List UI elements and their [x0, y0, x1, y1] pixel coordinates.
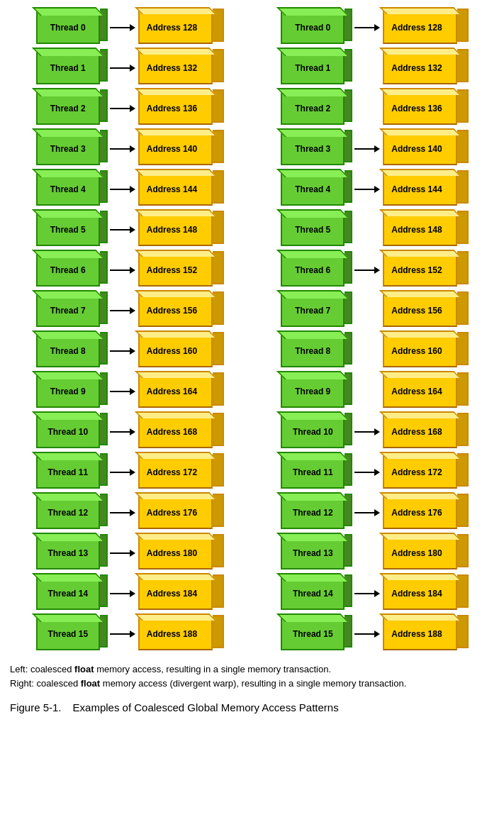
address-block-front: Address 136 [383, 91, 457, 125]
thread-block-front: Thread 3 [281, 133, 345, 165]
thread-block-right-3: Thread 3 [281, 128, 352, 168]
arrow-row-left-1 [110, 48, 135, 88]
caption: Left: coalesced float memory access, res… [7, 662, 497, 690]
address-block-top [379, 48, 461, 55]
arrow-left-8 [110, 348, 135, 355]
address-block-front: Address 156 [138, 294, 213, 327]
arrow-line [110, 148, 130, 150]
thread-block-front: Thread 11 [281, 456, 345, 489]
address-block-front: Address 148 [383, 213, 457, 246]
address-block-top [379, 330, 461, 338]
arrow-right-14 [354, 590, 380, 597]
arrow-head [130, 550, 135, 557]
thread-block-right-8: Thread 8 [281, 330, 352, 370]
thread-block-front: Thread 6 [36, 254, 100, 287]
address-block-right-13: Address 180 [383, 533, 468, 573]
arrow-row-left-8 [110, 330, 135, 371]
arrow-head [374, 630, 380, 638]
address-block-top [379, 209, 461, 216]
address-block-front: Address 160 [383, 334, 457, 367]
address-block-left-6: Address 152 [138, 250, 223, 290]
address-block-left-2: Address 136 [138, 88, 223, 128]
arrow-line [354, 270, 374, 271]
thread-block-front: Thread 4 [281, 173, 345, 206]
arrow-head [130, 307, 135, 314]
arrow-line [110, 67, 130, 69]
arrow-row-right-2 [354, 88, 380, 128]
arrow-head [374, 469, 380, 476]
address-block-front: Address 128 [138, 11, 213, 44]
thread-block-left-5: Thread 5 [36, 209, 107, 249]
arrow-head [130, 267, 135, 274]
address-block-top [135, 411, 216, 418]
thread-block-top [276, 88, 349, 96]
arrow-row-right-5 [354, 209, 380, 250]
address-block-left-9: Address 164 [138, 371, 223, 411]
arrow-row-right-15 [354, 613, 380, 654]
address-block-left-14: Address 184 [138, 573, 223, 613]
arrow-left-15 [110, 630, 135, 638]
arrow-left-9 [110, 388, 135, 395]
arrow-right-4 [354, 186, 380, 193]
thread-block-left-8: Thread 8 [36, 330, 107, 370]
thread-block-top [32, 169, 104, 177]
thread-block-front: Thread 4 [36, 173, 100, 206]
arrow-head [130, 65, 135, 72]
thread-block-top [32, 533, 104, 541]
address-block-top [379, 492, 461, 499]
arrow-right-3 [354, 145, 380, 152]
address-block-front: Address 180 [138, 536, 213, 569]
thread-block-top [276, 209, 349, 218]
thread-block-right-15: Thread 15 [281, 613, 352, 653]
diagrams-container: Thread 0Thread 1Thread 2Thread 3Thread 4… [7, 7, 497, 654]
arrow-line [110, 431, 130, 433]
arrow-line [110, 270, 130, 271]
thread-block-front: Thread 5 [36, 213, 100, 246]
address-block-left-8: Address 160 [138, 330, 223, 371]
arrow-right-1 [354, 65, 380, 72]
arrow-left-10 [110, 428, 135, 435]
arrow-line [354, 512, 374, 513]
address-block-front: Address 132 [383, 51, 457, 84]
addresses-col-right: Address 128Address 132Address 136Address… [383, 7, 468, 654]
arrow-row-left-12 [110, 492, 135, 533]
address-block-top [135, 7, 216, 14]
address-block-right-14: Address 184 [383, 573, 468, 613]
address-block-top [135, 250, 216, 257]
address-block-front: Address 176 [138, 496, 213, 529]
arrow-head [374, 428, 380, 435]
thread-block-right-9: Thread 9 [281, 371, 352, 411]
address-block-front: Address 152 [138, 253, 213, 287]
thread-block-right-5: Thread 5 [281, 209, 352, 249]
address-block-right-9: Address 164 [383, 371, 468, 411]
arrow-row-right-8 [354, 330, 380, 371]
diagram-left: Thread 0Thread 1Thread 2Thread 3Thread 4… [36, 7, 223, 654]
addresses-col-left: Address 128Address 132Address 136Address… [138, 7, 223, 654]
address-block-top [379, 371, 461, 378]
thread-block-top [32, 209, 104, 218]
address-block-front: Address 172 [138, 455, 213, 489]
arrow-left-11 [110, 469, 135, 476]
arrow-right-6 [354, 267, 380, 274]
arrow-head [374, 509, 380, 516]
thread-block-top [32, 613, 104, 622]
arrow-line [110, 27, 130, 28]
address-block-left-4: Address 144 [138, 169, 223, 209]
caption-right: Right: coalesced float memory access (di… [10, 677, 494, 691]
arrow-right-15 [354, 630, 380, 638]
thread-block-front: Thread 2 [36, 92, 100, 125]
address-block-top [135, 452, 216, 459]
thread-block-left-1: Thread 1 [36, 48, 107, 87]
thread-block-top [276, 573, 349, 582]
thread-block-top [276, 533, 349, 541]
arrow-head [130, 348, 135, 355]
address-block-right-3: Address 140 [383, 128, 468, 169]
arrow-line [354, 472, 374, 473]
address-block-front: Address 144 [383, 172, 457, 206]
thread-block-front: Thread 11 [36, 456, 100, 489]
address-block-front: Address 164 [383, 374, 457, 408]
arrow-row-left-5 [110, 209, 135, 250]
thread-block-left-9: Thread 9 [36, 371, 107, 411]
address-block-top [379, 7, 461, 14]
arrow-right-7 [354, 307, 380, 314]
